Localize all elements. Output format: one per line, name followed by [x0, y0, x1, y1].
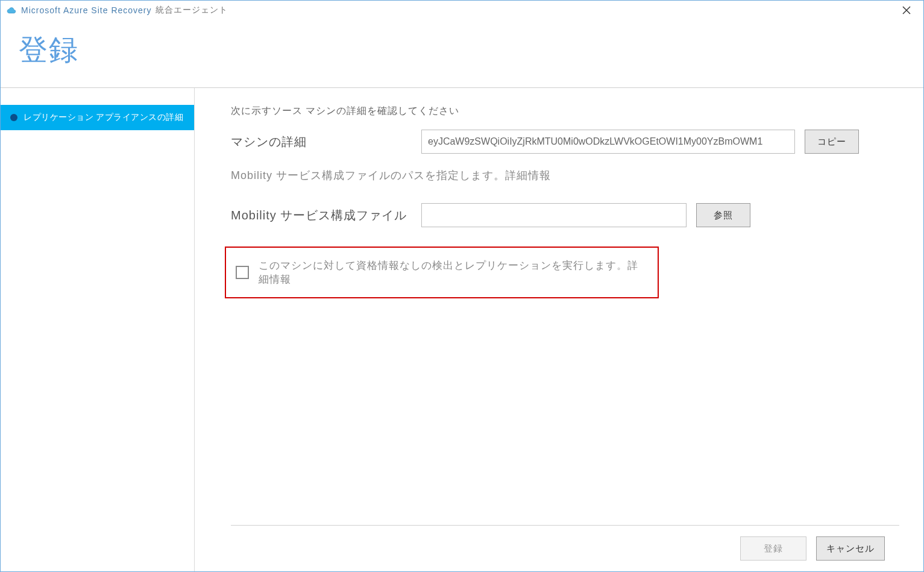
sidebar-item-label: レプリケーション アプライアンスの詳細: [24, 112, 183, 123]
cloud-icon: [5, 6, 16, 14]
mobility-file-input[interactable]: [421, 203, 687, 227]
footer: 登録 キャンセル: [231, 525, 899, 571]
copy-button[interactable]: コピー: [805, 130, 859, 154]
bullet-icon: [10, 114, 17, 121]
app-suffix: 統合エージェント: [156, 5, 228, 16]
machine-details-input[interactable]: [421, 130, 795, 154]
page-title: 登録: [19, 31, 905, 69]
dialog-window: Microsoft Azure Site Recovery 統合エージェント 登…: [0, 0, 924, 572]
credentialless-checkbox[interactable]: [236, 266, 249, 279]
machine-details-label: マシンの詳細: [231, 134, 412, 150]
cancel-button[interactable]: キャンセル: [816, 536, 885, 561]
instruction-text: 次に示すソース マシンの詳細を確認してください: [231, 105, 899, 118]
sidebar: レプリケーション アプライアンスの詳細: [1, 88, 195, 571]
main-panel: 次に示すソース マシンの詳細を確認してください マシンの詳細 コピー Mobil…: [195, 88, 923, 571]
body: レプリケーション アプライアンスの詳細 次に示すソース マシンの詳細を確認してく…: [1, 88, 923, 571]
sidebar-item-appliance-details[interactable]: レプリケーション アプライアンスの詳細: [1, 105, 194, 130]
credentialless-checkbox-label: このマシンに対して資格情報なしの検出とレプリケーションを実行します。詳細情報: [259, 259, 648, 286]
titlebar: Microsoft Azure Site Recovery 統合エージェント: [1, 1, 923, 20]
mobility-file-row: Mobility サービス構成ファイル 参照: [231, 203, 899, 227]
app-name: Microsoft Azure Site Recovery: [21, 5, 152, 15]
close-icon[interactable]: [894, 2, 919, 19]
mobility-path-text: Mobility サービス構成ファイルのパスを指定します。詳細情報: [231, 168, 899, 183]
mobility-file-label: Mobility サービス構成ファイル: [231, 207, 412, 224]
register-button[interactable]: 登録: [740, 536, 806, 561]
browse-button[interactable]: 参照: [696, 203, 750, 227]
header: 登録: [1, 20, 923, 88]
credentialless-checkbox-row: このマシンに対して資格情報なしの検出とレプリケーションを実行します。詳細情報: [225, 247, 659, 298]
machine-details-row: マシンの詳細 コピー: [231, 130, 899, 154]
